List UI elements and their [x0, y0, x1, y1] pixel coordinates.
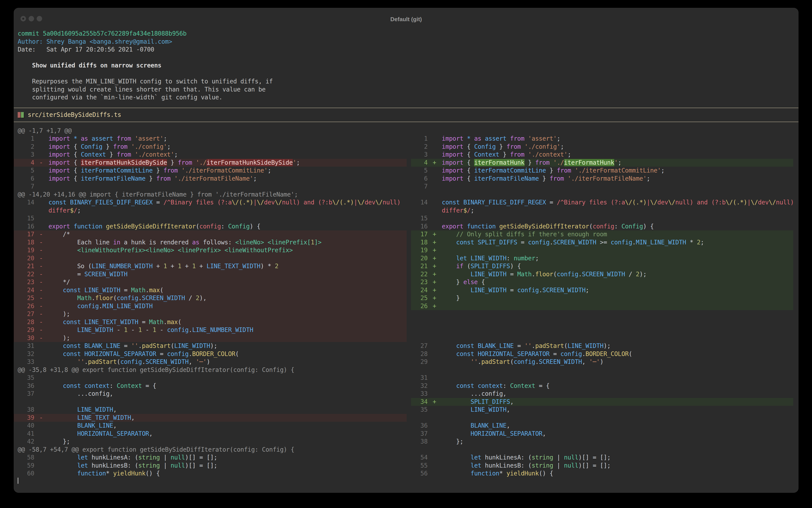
code-token: = [120, 342, 131, 349]
code-token: { [467, 143, 474, 150]
code-token: ; [646, 175, 650, 182]
code-token [48, 382, 63, 389]
code-token: context [85, 382, 109, 389]
line-number: 60 [18, 470, 34, 478]
code-token: SCREEN_WIDTH [145, 358, 189, 366]
code-token: 2 [697, 239, 701, 246]
code-line: let hunkLinesA: (string | null)[] = []; [442, 454, 793, 462]
code-token: ; [557, 135, 560, 142]
code-token [442, 422, 470, 429]
line-number: 23 [411, 278, 427, 286]
code-line: import { Context } from './context'; [442, 151, 793, 159]
minimize-button[interactable] [29, 16, 34, 22]
code-token: BLANK_LINE [470, 422, 507, 429]
code-token: : [221, 223, 228, 230]
code-token: from [113, 143, 131, 150]
line-number: 36 [18, 382, 34, 390]
code-token: import [442, 167, 467, 174]
code-token: as [474, 135, 485, 142]
diff-pane-left: 39- LINE_TEXT_WIDTH, [14, 414, 407, 422]
diff-row: 3531 [14, 374, 799, 382]
code-token: \/ [650, 199, 658, 206]
code-line [442, 214, 793, 222]
code-line: <lineWithoutPrefix><lineNo> <linePrefix>… [48, 246, 407, 254]
code-token: getSideBySideDiffIterator [499, 223, 589, 230]
diff-pane-right: 28 const HORIZONTAL_SEPARATOR = config.B… [411, 350, 793, 358]
code-token: LINE_WIDTH [470, 406, 507, 413]
commit-line: Show unified diffs on narrow screens [14, 61, 799, 70]
diff-marker: - [39, 414, 43, 422]
code-token: './config' [131, 143, 167, 150]
diff-marker: + [433, 398, 436, 406]
diff-pane-right: 24+ LINE_WIDTH = config.SCREEN_WIDTH; [411, 286, 793, 294]
code-token: else [463, 279, 478, 286]
code-token: import [48, 143, 74, 150]
diff-file-icon [18, 112, 24, 118]
code-token [48, 319, 63, 326]
code-token: } [539, 175, 549, 182]
code-token: ; [297, 159, 300, 166]
code-token: $ [463, 207, 467, 214]
code-token: : ( [128, 454, 138, 461]
diff-marker [433, 207, 436, 215]
diff-pane-left: 18- Each line in a hunk is rendered as f… [14, 239, 407, 247]
code-token: string [532, 454, 553, 461]
diff-marker [39, 143, 43, 151]
commit-line: commit 5a00d16095a255b57c762289fa434e180… [14, 30, 799, 38]
code-token: { [467, 151, 474, 158]
code-line [442, 182, 793, 190]
code-token: \/ [751, 199, 758, 206]
diff-marker: + [433, 230, 436, 239]
code-token: let [470, 462, 485, 469]
code-token: + [181, 262, 192, 270]
diff-row: 3import { Context } from './context';3im… [14, 151, 799, 159]
diff-pane-right: 5import { iterFormatCommitLine } from '.… [411, 167, 793, 175]
code-token: ; [268, 167, 271, 174]
code-token: ( [510, 358, 513, 366]
code-token: (.*) [239, 199, 253, 206]
line-number: 37 [411, 430, 427, 438]
code-token: const [48, 199, 70, 206]
code-line [442, 246, 793, 254]
code-line: import { iterFormatHunk } from './iterFo… [442, 159, 793, 167]
code-token: . [550, 239, 553, 246]
code-line: BLANK_LINE, [442, 422, 793, 430]
line-number: 29 [18, 326, 34, 334]
code-line: ...config, [48, 390, 407, 398]
diff-pane-right [411, 310, 793, 318]
diff-marker: + [433, 254, 436, 262]
diff-marker: - [39, 270, 43, 279]
line-number: 32 [411, 382, 427, 390]
code-line: }; [442, 438, 793, 446]
diff-marker: + [433, 159, 436, 167]
code-token: * [686, 239, 697, 246]
code-token: function [74, 223, 106, 230]
diff-row: 26- config.MIN_LINE_WIDTH26+ [14, 302, 799, 310]
code-token: ; [701, 239, 704, 246]
code-token: iterFormatHunk [474, 159, 524, 166]
code-token: ; [585, 287, 589, 294]
line-number: 19 [411, 246, 427, 254]
code-token: . [539, 287, 542, 294]
code-token: . [138, 342, 142, 349]
diff-row: 36 const context: Context = {32 const co… [14, 382, 799, 390]
code-token: const [456, 239, 478, 246]
diff-row: 30- ); [14, 334, 799, 342]
code-token: ( [589, 223, 593, 230]
diff-pane-left: 42 }; [14, 438, 407, 446]
code-token: ( [564, 342, 568, 349]
close-button[interactable] [20, 16, 26, 22]
line-number: 58 [18, 454, 34, 462]
code-token: } [546, 167, 557, 174]
maximize-button[interactable] [37, 16, 42, 22]
code-token: 1 [311, 239, 314, 246]
diff-row: 23- */23+ } else { [14, 278, 799, 286]
line-number: 25 [411, 294, 427, 302]
diff-pane-right: 6import { iterFormatFileName } from './i… [411, 175, 793, 183]
code-line: import * as assert from 'assert'; [442, 135, 793, 143]
diff-marker [39, 214, 43, 222]
code-line: ); [48, 310, 407, 318]
code-token: BORDER_COLOR [585, 350, 629, 357]
code-token [442, 350, 456, 357]
line-number: 1 [18, 135, 34, 143]
